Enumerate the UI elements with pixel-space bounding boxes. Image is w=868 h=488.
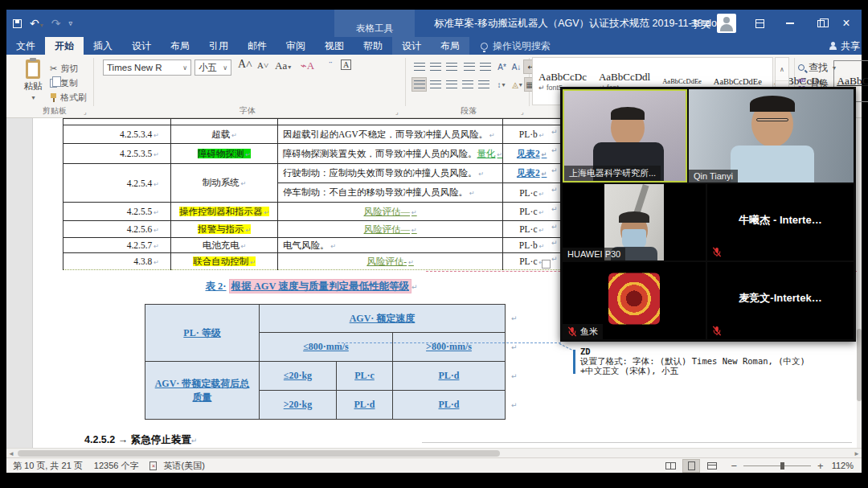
paragraph-dialog-launcher-icon[interactable]: ⌟ (521, 109, 524, 116)
section-heading[interactable]: 4.2.5.2 → 紧急停止装置↵ (84, 433, 197, 447)
risk-eval-link[interactable]: 风险评估- (366, 256, 414, 266)
tab-home[interactable]: 开始 (45, 37, 84, 55)
table-row[interactable]: 4.2.5.3.5 障碍物探测 障碍物探测装置失效，而导致冲撞人员的风险。量化 … (63, 144, 561, 164)
table-row[interactable]: 4.3.8 联合自动控制 风险评估- PL·c (63, 253, 561, 270)
table-row[interactable]: 4.2.5.4 制动系统 行驶制动：应制动失效而导致的冲撞人员风险。 见表2 (63, 164, 561, 183)
clause-cell[interactable]: 4.2.5.3.4 (63, 125, 171, 144)
risk-desc-cell[interactable]: 因超载引起的AGV不稳定，而导致冲撞人员风险。 (283, 129, 495, 139)
word-count[interactable]: 12356 个字 (94, 460, 139, 472)
asian-layout-button[interactable]: A* (494, 59, 510, 74)
tab-design[interactable]: 设计 (122, 37, 161, 55)
format-painter-button[interactable]: 格式刷 (50, 90, 87, 105)
horizontal-scrollbar[interactable]: ◄ ► (6, 448, 862, 457)
risk-desc-cell[interactable]: 行驶制动：应制动失效而导致的冲撞人员风险。 (283, 168, 484, 178)
justify-button[interactable] (460, 77, 475, 92)
line-spacing-button[interactable]: ↕▾ (493, 77, 509, 92)
decrease-indent-button[interactable] (461, 59, 477, 74)
customize-qat-icon[interactable]: ▿ (68, 19, 72, 27)
video-conference-panel[interactable]: 上海电器科学研究所... Qin Tianyi HUAWEI P30 牛曦杰 -… (560, 87, 856, 342)
table-row[interactable]: PL· 等级 AGV· 额定速度 (145, 305, 506, 333)
share-button[interactable]: 共享 (829, 37, 860, 55)
risk-desc-cell[interactable]: 电气风险。 (283, 240, 336, 250)
account-avatar[interactable] (717, 14, 736, 33)
video-tile[interactable]: Qin Tianyi (689, 89, 854, 182)
see-table2-link[interactable]: 见表2 (517, 149, 547, 158)
zoom-in-button[interactable]: + (817, 460, 824, 472)
video-tile[interactable]: HUAWEI P30 (563, 184, 706, 260)
table-row[interactable]: 4.2.5.3.4 超载 因超载引起的AGV不稳定，而导致冲撞人员风险。 PL·… (63, 125, 561, 144)
font-dialog-launcher-icon[interactable]: ⌟ (395, 109, 399, 116)
risk-eval-link[interactable]: 风险评估— (364, 207, 417, 216)
vertical-scrollbar-thumb[interactable] (857, 329, 862, 401)
clipboard-dialog-launcher-icon[interactable]: ⌟ (84, 109, 87, 116)
tab-tabletools-design[interactable]: 设计 (392, 37, 431, 55)
font-name-combo[interactable]: Times New R∨ (103, 59, 191, 76)
video-tile[interactable]: 麦竞文-Intertek… (707, 262, 854, 339)
pl-grade-table[interactable]: PL· 等级 AGV· 额定速度 ≤800·mm/s >800·mm/s AGV… (145, 304, 506, 420)
zoom-slider-thumb[interactable] (780, 462, 784, 470)
clause-cell[interactable]: 4.3.8 (63, 253, 171, 270)
pl-value-cell[interactable]: PL·c (337, 362, 393, 391)
align-center-button[interactable] (428, 77, 443, 92)
tab-file[interactable]: 文件 (6, 37, 45, 55)
shading-button[interactable]: ◬▾ (510, 77, 525, 92)
align-right-button[interactable] (444, 77, 459, 92)
account-name[interactable]: 李昊 (691, 18, 710, 31)
numbering-button[interactable] (428, 59, 443, 74)
subsystem-cell-highlighted[interactable]: 报警与指示 (198, 224, 251, 234)
speed-header-cell[interactable]: AGV· 额定速度 (260, 305, 506, 333)
clear-formatting-icon[interactable]: ⌁A (301, 59, 314, 72)
tab-help[interactable]: 帮助 (354, 37, 392, 55)
tab-insert[interactable]: 插入 (84, 37, 122, 55)
clause-cell[interactable]: 4.2.5.6 (63, 221, 171, 238)
zoom-percentage[interactable]: 112% (832, 461, 854, 470)
paste-button[interactable]: 粘贴 ▾ (18, 59, 48, 106)
paste-dropdown-icon[interactable]: ▾ (31, 94, 35, 101)
subsystem-cell-highlighted[interactable]: 操作控制器和指示器 (179, 207, 269, 216)
video-tile[interactable]: 牛曦杰 - Interte… (707, 184, 854, 260)
print-layout-button[interactable] (682, 459, 700, 473)
subsystem-cell[interactable]: 制动系统 (203, 178, 247, 187)
tab-layout[interactable]: 布局 (161, 37, 199, 55)
undo-button[interactable]: ↶▾ (30, 17, 43, 30)
pl-value-cell[interactable]: PL·d (393, 362, 506, 391)
zoom-slider[interactable] (743, 465, 811, 466)
subsystem-cell[interactable]: 电池充电 (203, 240, 247, 250)
vertical-scrollbar[interactable] (857, 118, 862, 448)
web-layout-button[interactable] (703, 459, 721, 473)
subsystem-cell-highlighted[interactable]: 障碍物探测 (198, 149, 251, 158)
ribbon-display-options-button[interactable] (744, 10, 775, 37)
page-indicator[interactable]: 第 10 页, 共 21 页 (13, 460, 83, 472)
table-row[interactable]: 4.2.5.7 电池充电 电气风险。 PL·b (63, 238, 561, 253)
tab-view[interactable]: 视图 (315, 37, 354, 55)
table-row[interactable]: 4.2.5.6 报警与指示 风险评估— PL·c (63, 221, 561, 238)
zoom-out-button[interactable]: − (731, 460, 737, 472)
tab-review[interactable]: 审阅 (276, 37, 315, 55)
copy-button[interactable]: 复制 (50, 76, 87, 90)
styles-scroll-up-icon[interactable]: ∧ (776, 58, 788, 81)
mass-low-cell[interactable]: ≤20·kg (260, 362, 337, 391)
see-table2-link[interactable]: 见表2 (517, 168, 547, 178)
increase-indent-button[interactable] (477, 59, 493, 74)
character-border-icon[interactable]: A (341, 59, 351, 70)
minimize-button[interactable] (775, 10, 805, 37)
speed-high-cell[interactable]: >800·mm/s (393, 333, 506, 362)
table2-caption[interactable]: 表 2· 根据 AGV 速度与质量判定最低性能等级↵ (69, 280, 554, 293)
subsystem-cell-highlighted[interactable]: 联合自动控制 (193, 256, 256, 266)
phonetic-guide-icon[interactable]: 文̈ (323, 59, 330, 72)
grow-font-button[interactable]: A˄ (238, 58, 252, 71)
language-indicator[interactable]: 英语(美国) (163, 460, 204, 472)
pl-value-cell[interactable]: PL·d (393, 391, 506, 420)
redo-icon[interactable]: ↷ (51, 17, 61, 30)
pl-grade-header-cell[interactable]: PL· 等级 (145, 305, 260, 362)
shrink-font-button[interactable]: A˅ (257, 60, 268, 70)
change-case-button[interactable]: Aa▾ (275, 59, 291, 72)
proofing-status-icon[interactable]: × (149, 461, 157, 470)
distribute-button[interactable] (476, 77, 491, 92)
read-mode-button[interactable] (661, 459, 679, 473)
clause-cell[interactable]: 4.2.5.5 (63, 203, 171, 221)
horizontal-scrollbar-thumb[interactable] (18, 450, 500, 457)
risk-table[interactable]: 4.2.5.3.4 超载 因超载引起的AGV不稳定，而导致冲撞人员风险。 PL·… (63, 118, 561, 270)
tab-references[interactable]: 引用 (199, 37, 238, 55)
close-button[interactable]: × (831, 10, 862, 37)
